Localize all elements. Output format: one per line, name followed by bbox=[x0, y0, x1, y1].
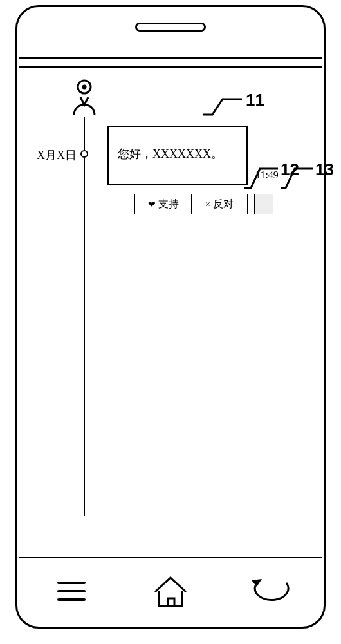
menu-icon[interactable] bbox=[57, 582, 86, 607]
extra-button[interactable] bbox=[254, 194, 273, 214]
diagram-stage: X月X日 您好，XXXXXXX。 11:49 ❤支持 ×反对 bbox=[0, 0, 341, 644]
user-icon bbox=[71, 79, 97, 117]
bottom-nav bbox=[17, 558, 324, 627]
callout-11: 11 bbox=[246, 90, 264, 110]
oppose-label: 反对 bbox=[213, 198, 234, 209]
heart-icon: ❤ bbox=[148, 200, 156, 209]
timeline-line bbox=[84, 117, 85, 516]
callout-leader-12 bbox=[244, 165, 278, 189]
support-button[interactable]: ❤支持 bbox=[134, 194, 191, 214]
phone-frame: X月X日 您好，XXXXXXX。 11:49 ❤支持 ×反对 bbox=[15, 5, 326, 629]
callout-leader-13 bbox=[281, 165, 313, 189]
back-icon[interactable] bbox=[249, 575, 291, 607]
speaker-slot bbox=[135, 23, 206, 32]
home-icon[interactable] bbox=[152, 574, 189, 610]
action-buttons: ❤支持 ×反对 bbox=[134, 194, 273, 214]
oppose-button[interactable]: ×反对 bbox=[191, 194, 248, 214]
screen-content: X月X日 您好，XXXXXXX。 11:49 ❤支持 ×反对 bbox=[17, 66, 324, 556]
timeline-node bbox=[80, 150, 88, 158]
message-text: 您好，XXXXXXX。 bbox=[118, 146, 223, 162]
status-bar-top-line bbox=[19, 57, 322, 59]
svg-rect-2 bbox=[168, 598, 174, 606]
callout-leader-11 bbox=[203, 95, 242, 116]
cross-icon: × bbox=[205, 200, 210, 209]
message-card[interactable]: 您好，XXXXXXX。 bbox=[107, 126, 248, 185]
timeline-date: X月X日 bbox=[37, 147, 77, 163]
callout-13: 13 bbox=[315, 160, 334, 180]
svg-point-1 bbox=[82, 85, 87, 90]
support-label: 支持 bbox=[158, 198, 179, 209]
